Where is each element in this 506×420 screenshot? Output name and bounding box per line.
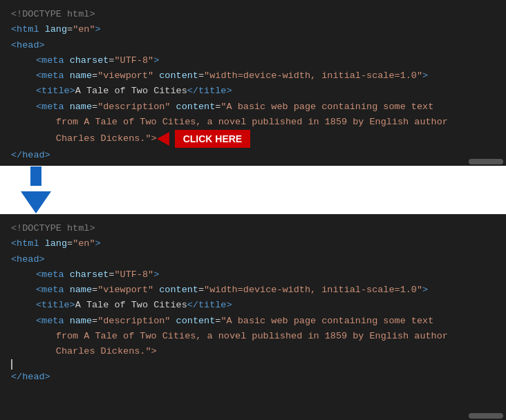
code-line-7: <meta name="description" content="A basi… <box>11 99 495 115</box>
b-code-line-9: Charles Dickens."> <box>11 344 495 359</box>
text-cursor <box>11 359 12 370</box>
b-code-line-11: </head> <box>11 370 495 385</box>
b-code-line-7: <meta name="description" content="A basi… <box>11 314 495 329</box>
down-arrow-icon <box>21 191 51 213</box>
top-code-panel: <!DOCTYPE html> <html lang="en"> <head> … <box>0 0 506 166</box>
code-line-2: <html lang="en"> <box>11 22 495 37</box>
b-code-line-4: <meta charset="UTF-8"> <box>11 267 495 283</box>
code-line-9: Charles Dickens."> CLICK HERE <box>11 130 495 148</box>
b-code-line-1: <!DOCTYPE html> <box>11 221 495 236</box>
divider-section <box>0 166 506 214</box>
scrollbar-horizontal[interactable] <box>469 159 503 164</box>
code-line-5: <meta name="viewport" content="width=dev… <box>11 68 495 84</box>
html-open-tag: <html <box>11 22 39 37</box>
arrow-shaft <box>30 166 41 186</box>
code-line-3: <head> <box>11 38 495 53</box>
b-code-line-6: <title>A Tale of Two Cities</title> <box>11 298 495 313</box>
bottom-scrollbar-horizontal[interactable] <box>469 413 503 419</box>
code-line-10: </head> <box>11 148 495 163</box>
code-line-8: from A Tale of Two Cities, a novel publi… <box>11 115 495 130</box>
bottom-code-panel: <!DOCTYPE html> <html lang="en"> <head> … <box>0 214 506 420</box>
b-code-line-8: from A Tale of Two Cities, a novel publi… <box>11 329 495 344</box>
arrow-indicator <box>157 132 169 146</box>
click-here-button[interactable]: CLICK HERE <box>175 130 251 148</box>
code-line-1: <!DOCTYPE html> <box>11 7 495 22</box>
left-arrow-icon <box>157 132 169 146</box>
b-cursor-line <box>11 359 495 370</box>
doctype-text: <!DOCTYPE html> <box>11 7 95 22</box>
b-code-line-5: <meta name="viewport" content="width=dev… <box>11 283 495 298</box>
down-arrow-container <box>21 166 51 213</box>
code-line-4: <meta charset="UTF-8"> <box>11 53 495 68</box>
b-code-line-3: <head> <box>11 252 495 267</box>
b-code-line-2: <html lang="en"> <box>11 236 495 251</box>
code-line-6: <title>A Tale of Two Cities</title> <box>11 84 495 99</box>
